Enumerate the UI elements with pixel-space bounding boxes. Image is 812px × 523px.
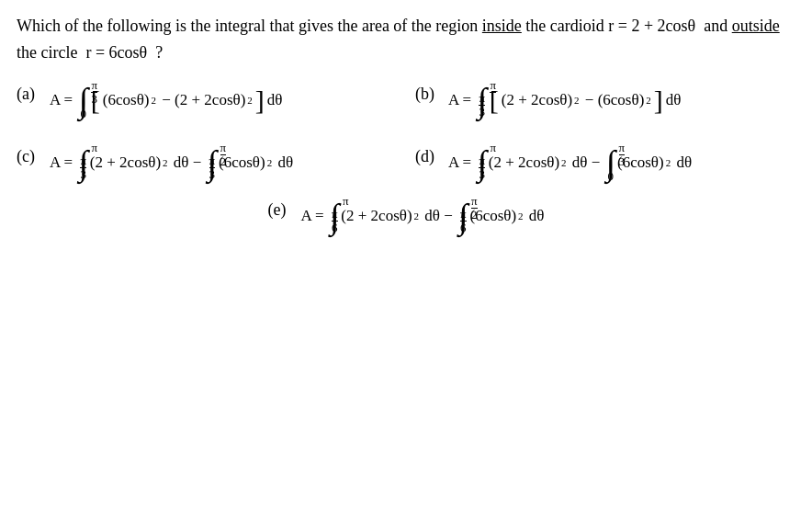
integral-b: ∫ π π3 (477, 83, 486, 118)
option-c: (c) A = ∫ π π3 (2 + 2cosθ)2 dθ − ∫ π2 (17, 145, 397, 180)
option-d-label: (d) (415, 147, 441, 166)
integral-d2: ∫ π3 0 (606, 145, 615, 180)
option-c-label: (c) (17, 147, 42, 166)
integral-c1: ∫ π π3 (78, 145, 87, 180)
option-a-formula: A = ∫ π3 0 [ (6cosθ)2 − (2 + 2cosθ)2 ] d… (50, 83, 282, 118)
integral-d1: ∫ π π3 (477, 145, 486, 180)
integral-e1: ∫ π π6 (330, 199, 339, 233)
option-e-row: (e) A = ∫ π π6 (2 + 2cosθ)2 dθ − ∫ π2 (17, 199, 795, 233)
option-a-label: (a) (17, 85, 42, 104)
option-b-formula: A = ∫ π π3 [ (2 + 2cosθ)2 − (6cosθ)2 ] d… (448, 83, 681, 118)
outside-word: outside (732, 17, 780, 35)
option-d-formula: A = ∫ π π3 (2 + 2cosθ)2 dθ − ∫ π3 0 (448, 145, 692, 180)
option-a: (a) A = ∫ π3 0 [ (6cosθ)2 − (2 + 2cosθ)2… (17, 83, 397, 118)
question-text: Which of the following is the integral t… (17, 13, 795, 66)
question-line1: Which of the following is the integral t… (17, 17, 780, 62)
integral-c2: ∫ π2 π3 (208, 145, 217, 180)
option-e-label: (e) (267, 200, 293, 220)
integral-a: ∫ π3 0 (78, 83, 87, 118)
option-d: (d) A = ∫ π π3 (2 + 2cosθ)2 dθ − ∫ π3 (415, 145, 795, 180)
options-grid: (a) A = ∫ π3 0 [ (6cosθ)2 − (2 + 2cosθ)2… (17, 83, 795, 180)
option-e-formula: A = ∫ π π6 (2 + 2cosθ)2 dθ − ∫ π2 (300, 199, 544, 233)
inside-word: inside (482, 17, 522, 35)
option-b: (b) A = ∫ π π3 [ (2 + 2cosθ)2 − (6cosθ)2… (415, 83, 795, 118)
option-e: (e) A = ∫ π π6 (2 + 2cosθ)2 dθ − ∫ π2 (267, 199, 544, 233)
integral-e2: ∫ π2 π6 (458, 199, 468, 233)
option-c-formula: A = ∫ π π3 (2 + 2cosθ)2 dθ − ∫ π2 (50, 145, 293, 180)
option-b-label: (b) (415, 85, 441, 104)
